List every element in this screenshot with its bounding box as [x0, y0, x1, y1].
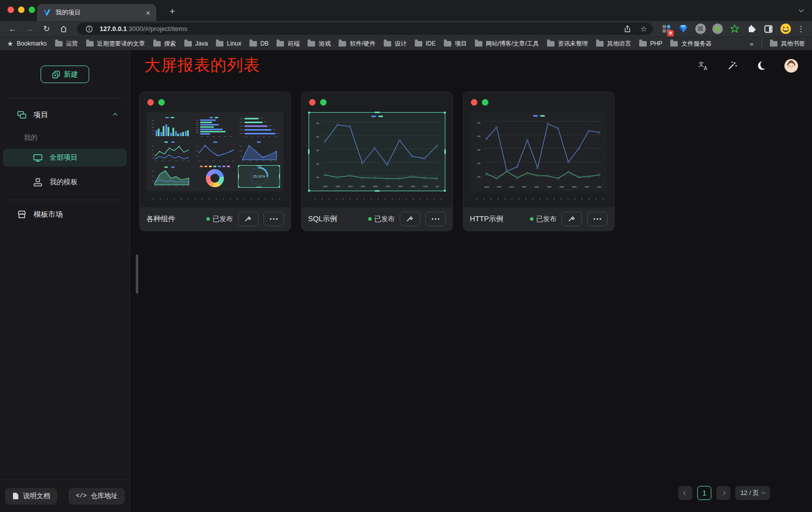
- project-thumbnail[interactable]: [470, 112, 607, 191]
- status-label: 已发布: [213, 215, 233, 224]
- window-close-button[interactable]: [8, 7, 14, 13]
- recorder-extension-icon[interactable]: [711, 23, 724, 35]
- project-thumbnail[interactable]: 25.00%: [147, 112, 284, 191]
- next-page-button[interactable]: [716, 486, 730, 500]
- bookmark-folder[interactable]: DB: [249, 40, 269, 47]
- bookmarks-label: Bookmarks: [17, 40, 47, 47]
- goview-favicon: [43, 9, 51, 17]
- tab-search-chevron-icon[interactable]: [799, 8, 804, 13]
- magic-wand-icon[interactable]: [727, 61, 737, 71]
- project-card[interactable]: 25.00% 各种组件 已发布: [139, 92, 291, 231]
- bookmark-folder[interactable]: 网站/博客/文章/工具: [475, 40, 539, 48]
- scrollbar-thumb[interactable]: [136, 254, 138, 294]
- browser-menu-icon[interactable]: ⋮: [796, 24, 806, 34]
- bookmark-folder[interactable]: IDE: [415, 40, 436, 47]
- bookmark-folder[interactable]: 搜索: [153, 40, 176, 48]
- extension-grid-icon[interactable]: 9: [660, 23, 673, 35]
- bookmark-folder[interactable]: 软件/硬件: [339, 40, 375, 48]
- dark-mode-moon-icon[interactable]: [756, 61, 766, 71]
- sidebar-item-my-templates[interactable]: 我的模板: [3, 173, 127, 191]
- sidebar-divider: [8, 200, 122, 200]
- more-button[interactable]: [263, 212, 284, 226]
- bookmark-folder[interactable]: PHP: [639, 40, 663, 47]
- sidebar-group-project[interactable]: 项目: [17, 110, 117, 120]
- user-avatar[interactable]: [784, 59, 798, 73]
- bookmark-folder-label: 项目: [455, 40, 467, 48]
- bookmark-folder[interactable]: 其他语言: [596, 40, 631, 48]
- window-minimize-button[interactable]: [18, 7, 25, 13]
- forward-icon[interactable]: →: [23, 23, 36, 35]
- folder-icon: [277, 41, 284, 47]
- bookmark-folder[interactable]: 近期需要读的文章: [86, 40, 145, 48]
- project-thumbnail[interactable]: [309, 112, 445, 191]
- gem-extension-icon[interactable]: [677, 23, 690, 35]
- reload-icon[interactable]: ↻: [40, 23, 53, 35]
- site-info-icon[interactable]: [83, 24, 95, 34]
- home-icon[interactable]: [57, 23, 70, 35]
- language-icon[interactable]: 文A: [698, 61, 709, 71]
- url-bar[interactable]: 127.0.0.1:3000/#/project/items ☆: [77, 23, 653, 35]
- y-axis-ticks: [316, 123, 319, 181]
- other-bookmarks-item[interactable]: 其他书签: [770, 40, 805, 48]
- browser-toolbar: ← → ↻ 127.0.0.1:3000/#/project/items ☆ 9…: [0, 21, 812, 37]
- card-window-dots: [309, 99, 327, 106]
- more-button[interactable]: [587, 212, 608, 226]
- bookmark-folder[interactable]: 资讯未整理: [547, 40, 588, 48]
- sidebar-item-all-projects[interactable]: 全部项目: [3, 149, 127, 167]
- bookmark-folder-label: 网站/博客/文章/工具: [486, 40, 539, 48]
- bookmark-folder[interactable]: 前端: [277, 40, 300, 48]
- bookmark-star-icon[interactable]: ☆: [638, 24, 650, 34]
- side-panel-icon[interactable]: [762, 23, 775, 35]
- chevron-up-icon[interactable]: [113, 113, 117, 117]
- repo-button[interactable]: </> 仓库地址: [69, 488, 125, 504]
- bookmark-folder[interactable]: 游戏: [308, 40, 331, 48]
- project-card[interactable]: SQL示例 已发布: [301, 92, 453, 231]
- hammer-icon: [244, 215, 252, 223]
- profile-avatar-icon[interactable]: [779, 23, 792, 35]
- folder-icon: [153, 41, 161, 47]
- bookmark-folder[interactable]: Linux: [216, 40, 241, 47]
- page-size-select[interactable]: 12 / 页: [735, 486, 770, 500]
- bookmarks-manager-item[interactable]: ★ Bookmarks: [7, 40, 47, 48]
- card-footer: HTTP示例 已发布: [463, 207, 614, 231]
- bookmark-folder[interactable]: Java: [184, 40, 208, 47]
- share-icon[interactable]: [621, 24, 633, 34]
- bookmark-folder[interactable]: 运营: [55, 40, 78, 48]
- page-title: 大屏报表的列表: [144, 55, 260, 77]
- chevron-down-icon: [762, 490, 765, 494]
- tab-close-icon[interactable]: ×: [146, 9, 150, 17]
- edit-button[interactable]: [562, 212, 582, 226]
- bookmark-folder[interactable]: 文件服务器: [670, 40, 711, 48]
- project-card[interactable]: HTTP示例 已发布: [463, 92, 615, 231]
- window-zoom-button[interactable]: [29, 7, 35, 13]
- mini-capsule-chart: [238, 116, 280, 138]
- traffic-lights: [8, 7, 35, 13]
- mini-bar-chart: [151, 116, 192, 138]
- line-chart: [323, 122, 439, 182]
- gauge-value: 25.00%: [253, 175, 265, 178]
- folder-icon: [770, 41, 777, 47]
- bookmarks-overflow-icon[interactable]: »: [750, 40, 753, 48]
- new-project-button[interactable]: 新建: [41, 66, 89, 83]
- more-button[interactable]: [425, 212, 446, 226]
- card-footer: SQL示例 已发布: [302, 207, 452, 231]
- back-icon[interactable]: ←: [6, 23, 19, 35]
- edit-button[interactable]: [238, 212, 258, 226]
- docs-button[interactable]: 说明文档: [5, 488, 57, 504]
- browser-tab[interactable]: 我的项目 ×: [37, 4, 156, 21]
- bookmark-folder-label: 近期需要读的文章: [97, 40, 145, 48]
- bookmark-folder[interactable]: 设计: [384, 40, 407, 48]
- extensions-puzzle-icon[interactable]: [745, 23, 758, 35]
- bookmark-folder-label: 前端: [288, 40, 300, 48]
- status-dot: [368, 217, 372, 221]
- current-page-button[interactable]: 1: [697, 486, 711, 500]
- command-extension-icon[interactable]: ⌘: [694, 23, 707, 35]
- sidebar-item-template-market[interactable]: 模板市场: [17, 210, 117, 219]
- new-tab-button[interactable]: +: [165, 5, 179, 19]
- prev-page-button[interactable]: [678, 486, 692, 500]
- status-dot: [206, 217, 210, 221]
- url-text[interactable]: 127.0.0.1:3000/#/project/items: [100, 25, 617, 33]
- edit-button[interactable]: [400, 212, 420, 226]
- star-extension-icon[interactable]: [728, 23, 741, 35]
- bookmark-folder[interactable]: 项目: [444, 40, 467, 48]
